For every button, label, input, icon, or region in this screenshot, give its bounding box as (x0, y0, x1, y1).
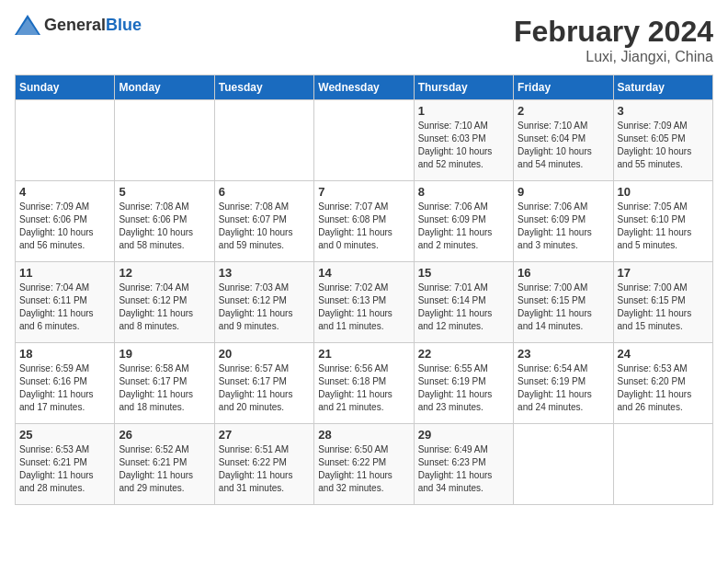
calendar-day-cell: 14Sunrise: 7:02 AM Sunset: 6:13 PM Dayli… (314, 262, 414, 343)
calendar-day-cell: 27Sunrise: 6:51 AM Sunset: 6:22 PM Dayli… (214, 424, 313, 505)
title-area: February 2024 Luxi, Jiangxi, China (514, 15, 713, 65)
calendar-week-row: 25Sunrise: 6:53 AM Sunset: 6:21 PM Dayli… (16, 424, 713, 505)
day-info: Sunrise: 6:58 AM Sunset: 6:17 PM Dayligh… (119, 362, 210, 414)
calendar-day-cell: 26Sunrise: 6:52 AM Sunset: 6:21 PM Dayli… (115, 424, 214, 505)
day-info: Sunrise: 6:52 AM Sunset: 6:21 PM Dayligh… (119, 443, 210, 495)
day-number: 23 (518, 347, 609, 361)
day-number: 25 (19, 428, 110, 442)
day-of-week-header: Thursday (414, 75, 513, 100)
svg-marker-1 (17, 18, 39, 35)
day-number: 12 (119, 266, 210, 280)
day-number: 11 (19, 266, 110, 280)
day-of-week-header: Tuesday (214, 75, 313, 100)
day-info: Sunrise: 7:09 AM Sunset: 6:05 PM Dayligh… (618, 120, 709, 171)
day-info: Sunrise: 7:10 AM Sunset: 6:03 PM Dayligh… (418, 120, 509, 171)
day-info: Sunrise: 7:06 AM Sunset: 6:09 PM Dayligh… (418, 201, 509, 252)
day-of-week-header: Saturday (613, 75, 712, 100)
page-header: GeneralBlue February 2024 Luxi, Jiangxi,… (15, 15, 713, 65)
calendar-day-cell (115, 100, 214, 181)
day-info: Sunrise: 6:53 AM Sunset: 6:21 PM Dayligh… (19, 443, 110, 495)
day-number: 29 (418, 428, 509, 442)
day-info: Sunrise: 7:10 AM Sunset: 6:04 PM Dayligh… (518, 120, 609, 171)
day-info: Sunrise: 7:03 AM Sunset: 6:12 PM Dayligh… (219, 282, 310, 333)
logo: GeneralBlue (15, 15, 142, 35)
day-info: Sunrise: 7:06 AM Sunset: 6:09 PM Dayligh… (518, 201, 609, 252)
calendar-day-cell: 21Sunrise: 6:56 AM Sunset: 6:18 PM Dayli… (314, 343, 414, 424)
day-number: 24 (618, 347, 709, 361)
day-number: 28 (318, 428, 409, 442)
calendar-day-cell: 13Sunrise: 7:03 AM Sunset: 6:12 PM Dayli… (214, 262, 313, 343)
location-title: Luxi, Jiangxi, China (514, 49, 713, 65)
day-number: 3 (618, 104, 709, 118)
day-number: 7 (318, 185, 409, 199)
calendar-day-cell: 4Sunrise: 7:09 AM Sunset: 6:06 PM Daylig… (16, 181, 115, 262)
calendar-day-cell (314, 100, 414, 181)
calendar-day-cell: 28Sunrise: 6:50 AM Sunset: 6:22 PM Dayli… (314, 424, 414, 505)
day-number: 20 (219, 347, 310, 361)
day-number: 10 (618, 185, 709, 199)
day-info: Sunrise: 7:09 AM Sunset: 6:06 PM Dayligh… (19, 201, 110, 252)
day-info: Sunrise: 6:59 AM Sunset: 6:16 PM Dayligh… (19, 362, 110, 414)
calendar-day-cell: 12Sunrise: 7:04 AM Sunset: 6:12 PM Dayli… (115, 262, 214, 343)
day-number: 8 (418, 185, 509, 199)
calendar-day-cell: 24Sunrise: 6:53 AM Sunset: 6:20 PM Dayli… (613, 343, 712, 424)
calendar-table: SundayMondayTuesdayWednesdayThursdayFrid… (15, 75, 713, 505)
day-info: Sunrise: 7:08 AM Sunset: 6:06 PM Dayligh… (119, 201, 210, 252)
calendar-day-cell: 9Sunrise: 7:06 AM Sunset: 6:09 PM Daylig… (514, 181, 613, 262)
calendar-day-cell: 10Sunrise: 7:05 AM Sunset: 6:10 PM Dayli… (613, 181, 712, 262)
calendar-week-row: 1Sunrise: 7:10 AM Sunset: 6:03 PM Daylig… (16, 100, 713, 181)
day-info: Sunrise: 7:00 AM Sunset: 6:15 PM Dayligh… (618, 282, 709, 333)
day-info: Sunrise: 7:08 AM Sunset: 6:07 PM Dayligh… (219, 201, 310, 252)
day-info: Sunrise: 6:50 AM Sunset: 6:22 PM Dayligh… (318, 443, 409, 495)
day-info: Sunrise: 6:53 AM Sunset: 6:20 PM Dayligh… (618, 362, 709, 414)
logo-text-general: General (44, 16, 106, 34)
calendar-day-cell: 11Sunrise: 7:04 AM Sunset: 6:11 PM Dayli… (16, 262, 115, 343)
day-info: Sunrise: 7:07 AM Sunset: 6:08 PM Dayligh… (318, 201, 409, 252)
day-number: 17 (618, 266, 709, 280)
day-number: 26 (119, 428, 210, 442)
day-number: 15 (418, 266, 509, 280)
calendar-day-cell: 22Sunrise: 6:55 AM Sunset: 6:19 PM Dayli… (414, 343, 513, 424)
day-of-week-header: Friday (514, 75, 613, 100)
calendar-day-cell: 5Sunrise: 7:08 AM Sunset: 6:06 PM Daylig… (115, 181, 214, 262)
calendar-day-cell: 6Sunrise: 7:08 AM Sunset: 6:07 PM Daylig… (214, 181, 313, 262)
day-info: Sunrise: 6:51 AM Sunset: 6:22 PM Dayligh… (219, 443, 310, 495)
calendar-day-cell: 25Sunrise: 6:53 AM Sunset: 6:21 PM Dayli… (16, 424, 115, 505)
day-info: Sunrise: 7:04 AM Sunset: 6:11 PM Dayligh… (19, 282, 110, 333)
day-number: 18 (19, 347, 110, 361)
calendar-day-cell: 8Sunrise: 7:06 AM Sunset: 6:09 PM Daylig… (414, 181, 513, 262)
day-of-week-header: Monday (115, 75, 214, 100)
day-number: 21 (318, 347, 409, 361)
calendar-day-cell (613, 424, 712, 505)
calendar-day-cell: 16Sunrise: 7:00 AM Sunset: 6:15 PM Dayli… (514, 262, 613, 343)
day-info: Sunrise: 7:02 AM Sunset: 6:13 PM Dayligh… (318, 282, 409, 333)
day-number: 27 (219, 428, 310, 442)
day-of-week-header: Wednesday (314, 75, 414, 100)
logo-icon (15, 15, 40, 35)
day-number: 4 (19, 185, 110, 199)
day-number: 1 (418, 104, 509, 118)
day-number: 14 (318, 266, 409, 280)
calendar-week-row: 4Sunrise: 7:09 AM Sunset: 6:06 PM Daylig… (16, 181, 713, 262)
calendar-week-row: 11Sunrise: 7:04 AM Sunset: 6:11 PM Dayli… (16, 262, 713, 343)
calendar-day-cell: 7Sunrise: 7:07 AM Sunset: 6:08 PM Daylig… (314, 181, 414, 262)
day-number: 13 (219, 266, 310, 280)
day-info: Sunrise: 7:01 AM Sunset: 6:14 PM Dayligh… (418, 282, 509, 333)
day-number: 9 (518, 185, 609, 199)
day-info: Sunrise: 7:04 AM Sunset: 6:12 PM Dayligh… (119, 282, 210, 333)
day-info: Sunrise: 7:00 AM Sunset: 6:15 PM Dayligh… (518, 282, 609, 333)
day-number: 2 (518, 104, 609, 118)
calendar-day-cell: 19Sunrise: 6:58 AM Sunset: 6:17 PM Dayli… (115, 343, 214, 424)
calendar-day-cell (16, 100, 115, 181)
calendar-day-cell (514, 424, 613, 505)
day-info: Sunrise: 6:55 AM Sunset: 6:19 PM Dayligh… (418, 362, 509, 414)
day-info: Sunrise: 6:56 AM Sunset: 6:18 PM Dayligh… (318, 362, 409, 414)
calendar-day-cell: 29Sunrise: 6:49 AM Sunset: 6:23 PM Dayli… (414, 424, 513, 505)
calendar-day-cell: 3Sunrise: 7:09 AM Sunset: 6:05 PM Daylig… (613, 100, 712, 181)
day-number: 19 (119, 347, 210, 361)
day-info: Sunrise: 6:49 AM Sunset: 6:23 PM Dayligh… (418, 443, 509, 495)
day-number: 16 (518, 266, 609, 280)
calendar-day-cell: 15Sunrise: 7:01 AM Sunset: 6:14 PM Dayli… (414, 262, 513, 343)
calendar-day-cell: 18Sunrise: 6:59 AM Sunset: 6:16 PM Dayli… (16, 343, 115, 424)
calendar-header-row: SundayMondayTuesdayWednesdayThursdayFrid… (16, 75, 713, 100)
